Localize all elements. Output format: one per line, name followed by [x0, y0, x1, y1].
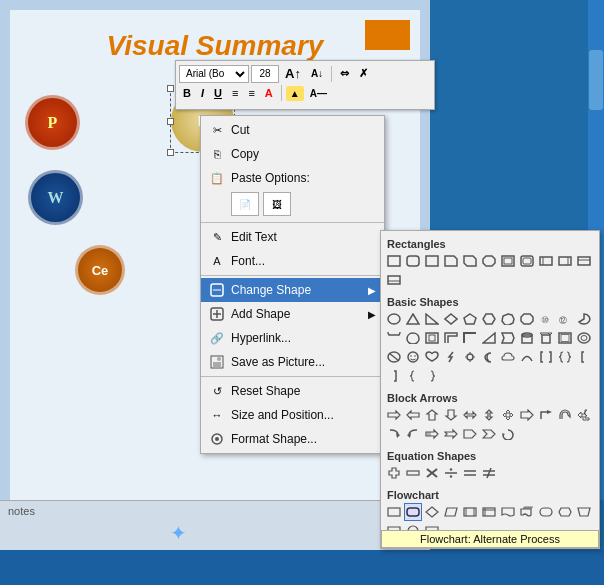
shape-leftup-arrow[interactable]: [575, 406, 593, 424]
shape-chevron[interactable]: [480, 425, 498, 443]
shape-hexagon[interactable]: [480, 310, 498, 328]
menu-item-size-position[interactable]: ↔ Size and Position...: [201, 403, 384, 427]
shape-striped-arrow[interactable]: [423, 425, 441, 443]
shape-curved-right[interactable]: [385, 425, 403, 443]
shape-minus[interactable]: [404, 464, 422, 482]
shape-notched-arrow[interactable]: [442, 425, 460, 443]
menu-item-cut[interactable]: ✂ Cut: [201, 118, 384, 142]
shape-bracketpair[interactable]: [537, 348, 555, 366]
shape-lightning[interactable]: [442, 348, 460, 366]
text-effect-button[interactable]: A―: [306, 86, 331, 101]
scrollbar-thumb[interactable]: [589, 50, 603, 110]
resize-handle-tl[interactable]: [167, 85, 174, 92]
shape-fc-manual[interactable]: [575, 503, 593, 521]
shape-corner[interactable]: [461, 329, 479, 347]
shape-can[interactable]: [518, 329, 536, 347]
shape-right-arrow[interactable]: [385, 406, 403, 424]
font-color-button[interactable]: A: [261, 85, 277, 101]
shape-rect-frame[interactable]: [499, 252, 517, 270]
decrease-font-icon[interactable]: A↓: [307, 66, 327, 81]
shape-diamond[interactable]: [442, 310, 460, 328]
shape-bracepair[interactable]: [556, 348, 574, 366]
shape-heptagon[interactable]: [499, 310, 517, 328]
align-right-button[interactable]: ≡: [244, 85, 258, 101]
shape-leftbracket[interactable]: [575, 348, 593, 366]
shape-uturn-arrow[interactable]: [556, 406, 574, 424]
shape-right-arrow-callout[interactable]: [518, 406, 536, 424]
highlight-button[interactable]: ▲: [286, 86, 304, 101]
increase-font-icon[interactable]: A↑: [281, 64, 305, 83]
shape-heart[interactable]: [423, 348, 441, 366]
shape-rect-snip3[interactable]: [461, 252, 479, 270]
shape-bent-arrow[interactable]: [537, 406, 555, 424]
underline-button[interactable]: U: [210, 85, 226, 101]
shape-frame[interactable]: [423, 329, 441, 347]
shape-octagon[interactable]: [518, 310, 536, 328]
italic-button[interactable]: I: [197, 85, 208, 101]
bold-button[interactable]: B: [179, 85, 195, 101]
shape-fc-terminator[interactable]: [537, 503, 555, 521]
shape-cube[interactable]: [537, 329, 555, 347]
shape-rect-frame2[interactable]: [518, 252, 536, 270]
shape-curved-left[interactable]: [404, 425, 422, 443]
shape-chord[interactable]: [385, 329, 403, 347]
menu-item-paste-options[interactable]: 📋 Paste Options:: [201, 166, 384, 190]
shape-circular-arrow[interactable]: [499, 425, 517, 443]
resize-handle-bl[interactable]: [167, 149, 174, 156]
shape-cloud[interactable]: [499, 348, 517, 366]
align-button[interactable]: ≡: [228, 85, 242, 101]
shape-fc-preparation[interactable]: [556, 503, 574, 521]
paste-btn-2[interactable]: 🖼: [263, 192, 291, 216]
menu-item-add-shape[interactable]: Add Shape ▶: [201, 302, 384, 326]
shape-up-arrow[interactable]: [423, 406, 441, 424]
shape-pentagon-arrow[interactable]: [461, 425, 479, 443]
shape-notchedright[interactable]: [499, 329, 517, 347]
shape-lr-arrow[interactable]: [461, 406, 479, 424]
shape-rect-extra3[interactable]: [575, 252, 593, 270]
menu-item-format-shape[interactable]: Format Shape...: [201, 427, 384, 451]
shape-fc-multidoc[interactable]: [518, 503, 536, 521]
shape-leftbrace[interactable]: [404, 367, 422, 385]
shape-diagstripe[interactable]: [480, 329, 498, 347]
shape-ud-arrow[interactable]: [480, 406, 498, 424]
shape-teardrop[interactable]: [404, 329, 422, 347]
menu-item-edit-text[interactable]: ✎ Edit Text: [201, 225, 384, 249]
char-spacing-icon[interactable]: ⇔: [336, 65, 353, 82]
shape-moon[interactable]: [480, 348, 498, 366]
menu-item-reset-shape[interactable]: ↺ Reset Shape: [201, 379, 384, 403]
shape-fc-decision[interactable]: [423, 503, 441, 521]
shape-oval[interactable]: [385, 310, 403, 328]
shape-fc-document[interactable]: [499, 503, 517, 521]
shape-quad-arrow[interactable]: [499, 406, 517, 424]
shape-rect-snip4[interactable]: [480, 252, 498, 270]
clear-format-icon[interactable]: ✗: [355, 65, 372, 82]
shape-notequal[interactable]: [480, 464, 498, 482]
font-size-input[interactable]: [251, 65, 279, 83]
shape-down-arrow[interactable]: [442, 406, 460, 424]
shape-nosmoke[interactable]: [385, 348, 403, 366]
shape-fc-internalstorage[interactable]: [480, 503, 498, 521]
shape-rect-snip2[interactable]: [442, 252, 460, 270]
shape-donut[interactable]: [575, 329, 593, 347]
shape-rightbracket[interactable]: [385, 367, 403, 385]
shape-rect[interactable]: [385, 252, 403, 270]
shape-fc-process[interactable]: [385, 503, 403, 521]
shape-left-arrow[interactable]: [404, 406, 422, 424]
shape-fc-data[interactable]: [442, 503, 460, 521]
shape-pie[interactable]: [575, 310, 593, 328]
shape-multiply[interactable]: [423, 464, 441, 482]
shape-sun[interactable]: [461, 348, 479, 366]
menu-item-save-as-picture[interactable]: Save as Picture...: [201, 350, 384, 374]
shape-12gon[interactable]: ⑫: [556, 310, 574, 328]
shape-divide[interactable]: [442, 464, 460, 482]
paste-btn-1[interactable]: 📄: [231, 192, 259, 216]
shape-fc-predefproc[interactable]: [461, 503, 479, 521]
menu-item-hyperlink[interactable]: 🔗 Hyperlink...: [201, 326, 384, 350]
shape-rect-rounded[interactable]: [404, 252, 422, 270]
shape-10gon[interactable]: ⑩: [537, 310, 555, 328]
shape-rightbrace[interactable]: [423, 367, 441, 385]
menu-item-copy[interactable]: ⎘ Copy: [201, 142, 384, 166]
font-name-select[interactable]: Arial (Bo: [179, 65, 249, 83]
shape-rect-extra2[interactable]: [556, 252, 574, 270]
shape-equal[interactable]: [461, 464, 479, 482]
